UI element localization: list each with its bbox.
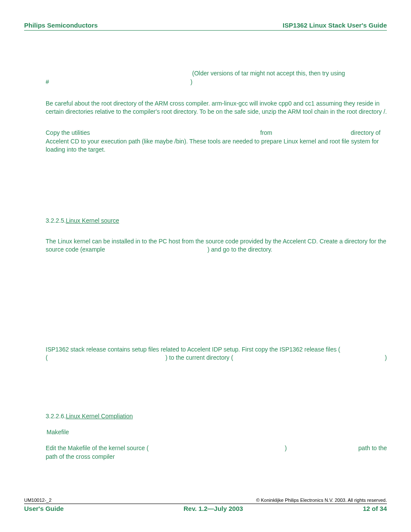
page-content: (Older versions of tar might not accept …	[46, 69, 387, 461]
section-number-6: 3.2.2.6.	[46, 413, 66, 420]
footer-bottom-row: User's Guide Rev. 1.2—July 2003 12 of 34	[24, 504, 387, 512]
crosscompiler-paragraph: Be careful about the root directory of t…	[46, 100, 387, 116]
isp-line1: ISP1362 stack release contains setup fil…	[46, 345, 387, 354]
edit-tail1: path to the	[358, 444, 387, 452]
footer-copyright: © Koninklijke Philips Electronics N.V. 2…	[256, 498, 387, 503]
edit-pre: Edit the Makefile of the kernel source (	[46, 444, 149, 452]
section-title-6: Linux Kernel Compliation	[66, 413, 133, 420]
isp-tail: )	[385, 354, 387, 362]
edit-tail2: path of the cross compiler	[46, 453, 387, 461]
isp-mid: ) to the current directory (	[165, 354, 233, 362]
edit-close-paren: )	[285, 444, 287, 452]
hash-symbol: #	[46, 78, 49, 86]
header-right: ISP1362 Linux Stack User's Guide	[283, 22, 387, 29]
kernel-para-tail: ) and go to the directory.	[208, 246, 273, 253]
page-header: Philips Semiconductors ISP1362 Linux Sta…	[24, 22, 387, 31]
edit-makefile-paragraph: Edit the Makefile of the kernel source (…	[46, 444, 387, 461]
copy-dirof: directory of	[351, 129, 380, 137]
page-footer: UM10012-_2 © Koninklijke Philips Electro…	[24, 498, 387, 512]
header-left: Philips Semiconductors	[24, 22, 98, 29]
close-paren-1: )	[190, 78, 193, 86]
footer-docnum: UM10012-_2	[24, 498, 52, 503]
copy-utilities-paragraph: Copy the utilities from directory of Acc…	[46, 129, 387, 154]
tar-note-row: (Older versions of tar might not accept …	[46, 69, 387, 78]
section-number: 3.2.2.5.	[46, 217, 66, 224]
tar-note-text: (Older versions of tar might not accept …	[192, 69, 345, 78]
copy-from: from	[260, 129, 272, 137]
hash-row: # )	[46, 78, 387, 87]
copy-rest: Accelent CD to your execution path (like…	[46, 137, 387, 154]
footer-center: Rev. 1.2—July 2003	[64, 505, 363, 512]
copy-pre: Copy the utilities	[46, 129, 90, 137]
footer-right: 12 of 34	[363, 505, 387, 512]
kernel-install-paragraph: The Linux kernel can be installed in to …	[46, 237, 387, 254]
footer-left: User's Guide	[24, 505, 64, 512]
makefile-label: Makefile	[46, 428, 387, 436]
section-title: Linux Kernel source	[66, 217, 119, 224]
footer-top-row: UM10012-_2 © Koninklijke Philips Electro…	[24, 498, 387, 504]
isp-release-paragraph: ISP1362 stack release contains setup fil…	[46, 345, 387, 362]
section-3-2-2-6-heading: 3.2.2.6.Linux Kernel Compliation	[46, 412, 387, 420]
section-3-2-2-5-heading: 3.2.2.5.Linux Kernel source	[46, 217, 387, 225]
